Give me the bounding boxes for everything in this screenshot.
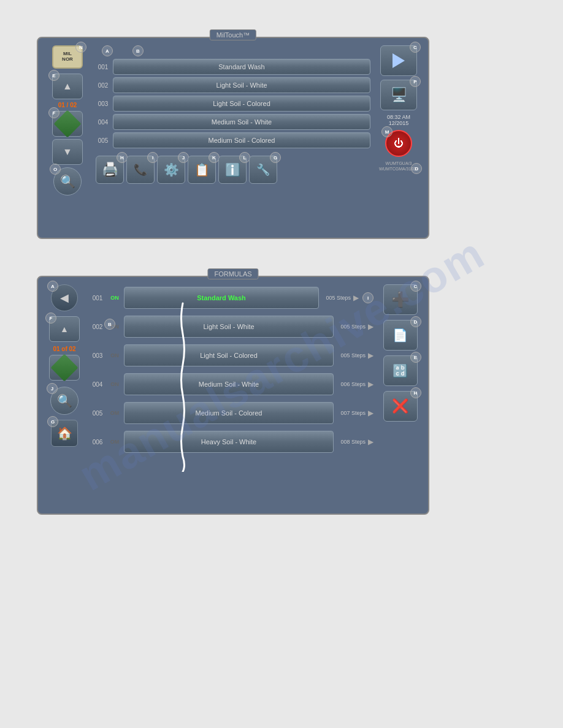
label-d: D	[411, 163, 422, 174]
row-num-b-6: 006	[90, 439, 105, 446]
arrow-2: ▶	[368, 322, 373, 331]
left-controls: MILNOR N ▲ E 01 / 02 F	[43, 43, 92, 233]
label-j-bottom: J	[47, 383, 58, 394]
label-f-bottom: F	[45, 313, 56, 324]
notes-icon: 📋	[194, 162, 210, 177]
phone-icon: 📞	[134, 163, 147, 176]
copy-icon: 📄	[393, 328, 408, 343]
label-a-bottom: A	[47, 281, 58, 292]
label-g-bottom: G	[47, 416, 58, 427]
time-display: 08:32 AM 12/2015	[387, 114, 410, 126]
arrow-5: ▶	[368, 409, 373, 417]
formulas-row-6: 006 OM Heavy Soil - White 008 Steps ▶	[90, 428, 373, 455]
formulas-row-3: 003 ON Light Soil - Colored 005 Steps ▶	[90, 342, 373, 369]
formula-button-1[interactable]: Standard Wash	[113, 59, 370, 75]
label-b-bottom: B	[104, 319, 115, 330]
bottom-toolbar: 🖨️ H 📞 I ⚙️ J	[96, 156, 370, 184]
formulas-right-controls: ➕ C 📄 D 🔡 E ❌	[377, 282, 423, 509]
label-o: O	[50, 164, 61, 175]
formulas-row-2: 002 ON Light Soil - White 005 Steps ▶	[90, 313, 373, 340]
play-icon	[393, 53, 405, 68]
on-indicator-4: ON	[108, 381, 121, 387]
formula-button-5[interactable]: Medium Soil - Colored	[113, 132, 370, 148]
label-e-top: E	[48, 70, 59, 81]
label-c-bottom: C	[410, 281, 421, 292]
label-a: A	[102, 45, 113, 56]
on-indicator-1: ON	[108, 295, 121, 301]
label-h-bottom: H	[410, 387, 421, 398]
date-value: 12/2015	[387, 120, 410, 126]
label-p: P	[410, 76, 421, 87]
label-g: G	[270, 152, 281, 163]
delete-icon: ❌	[392, 398, 408, 414]
wrench-icon: 🔧	[256, 163, 270, 176]
formula-button-3[interactable]: Light Soil - Colored	[113, 96, 370, 112]
on-indicator-3: ON	[108, 352, 121, 358]
row-num-1: 001	[96, 64, 110, 70]
print-icon: 🖨️	[102, 162, 118, 178]
on-indicator-6: OM	[108, 439, 121, 445]
steps-4: 006 Steps	[336, 381, 366, 387]
row-num-b-3: 003	[90, 352, 105, 359]
formula-button-b-3[interactable]: Light Soil - Colored	[124, 344, 334, 366]
formula-button-b-1[interactable]: Standard Wash	[124, 287, 319, 309]
info-icon: ℹ️	[225, 162, 240, 177]
formula-button-b-6[interactable]: Heavy Soil - White	[124, 431, 334, 453]
label-f: F	[48, 107, 59, 118]
search-icon: 🔍	[60, 174, 75, 189]
label-i-bottom: I	[362, 292, 373, 303]
formula-button-b-2[interactable]: Light Soil - White	[124, 316, 334, 338]
row-num-b-5: 005	[90, 410, 105, 417]
formulas-row-1: 001 ON Standard Wash 005 Steps ▶ I	[90, 284, 373, 311]
formulas-panel: FORMULAS ◀ A ▲ F 01 of 02	[37, 276, 429, 515]
steps-1: 005 Steps	[321, 295, 351, 301]
formulas-page-indicator: 01 of 02	[53, 346, 75, 352]
row-num-4: 004	[96, 119, 110, 126]
row-num-b-1: 001	[90, 295, 105, 301]
arrow-4: ▶	[368, 380, 373, 389]
next-page-button[interactable]: ▼	[52, 139, 83, 165]
row-num-b-2: 002	[90, 324, 105, 330]
label-e-bottom: E	[410, 352, 421, 363]
arrow-3: ▶	[368, 351, 373, 360]
monitor-icon: 🖥️	[391, 87, 407, 103]
formula-button-4[interactable]: Medium Soil - White	[113, 114, 370, 130]
arrow-1: ▶	[353, 294, 359, 302]
panel-bottom-title: FORMULAS	[207, 268, 258, 279]
formulas-left-controls: ◀ A ▲ F 01 of 02 🔍	[43, 282, 86, 509]
formula-row-4: 004 Medium Soil - White	[96, 114, 370, 130]
label-c: C	[410, 42, 421, 53]
steps-2: 005 Steps	[336, 324, 366, 330]
search-bottom-icon: 🔍	[57, 393, 72, 408]
rename-icon: 🔡	[393, 363, 408, 378]
formulas-list: B 001 ON Standard Wash 005 Steps ▶ I 002…	[86, 282, 377, 509]
formula-button-2[interactable]: Light Soil - White	[113, 77, 370, 93]
miltouch-panel: MilTouch™ MILNOR N ▲ E 01 / 02	[37, 37, 429, 239]
formulas-row-4: 004 ON Medium Soil - White 006 Steps ▶	[90, 371, 373, 398]
formula-row-1: 001 Standard Wash	[96, 59, 370, 75]
steps-6: 008 Steps	[336, 439, 366, 445]
plus-icon: ➕	[391, 291, 410, 308]
label-m: M	[381, 126, 393, 137]
formula-row-5: 005 Medium Soil - Colored	[96, 132, 370, 148]
label-b: B	[132, 45, 144, 56]
formula-button-b-5[interactable]: Medium Soil - Colored	[124, 402, 334, 424]
power-icon: ⏻	[394, 138, 404, 149]
formulas-diamond-button[interactable]	[49, 355, 80, 381]
back-icon: ◀	[60, 291, 69, 305]
steps-5: 007 Steps	[336, 410, 366, 416]
formula-button-b-4[interactable]: Medium Soil - White	[124, 373, 334, 395]
row-num-2: 002	[96, 82, 110, 89]
formula-row-3: 003 Light Soil - Colored	[96, 96, 370, 112]
formula-list: A B 001 Standard Wash 002 Light Soil - W…	[92, 43, 374, 233]
formula-row-2: 002 Light Soil - White	[96, 77, 370, 93]
row-num-b-4: 004	[90, 381, 105, 388]
row-num-3: 003	[96, 100, 110, 107]
home-icon: 🏠	[57, 426, 72, 441]
label-n: N	[75, 42, 86, 53]
gear-icon: ⚙️	[164, 162, 179, 177]
on-indicator-5: OM	[108, 410, 121, 416]
green-diamond-bottom-icon	[50, 354, 78, 381]
arrow-6: ▶	[368, 438, 373, 446]
steps-3: 005 Steps	[336, 352, 366, 358]
